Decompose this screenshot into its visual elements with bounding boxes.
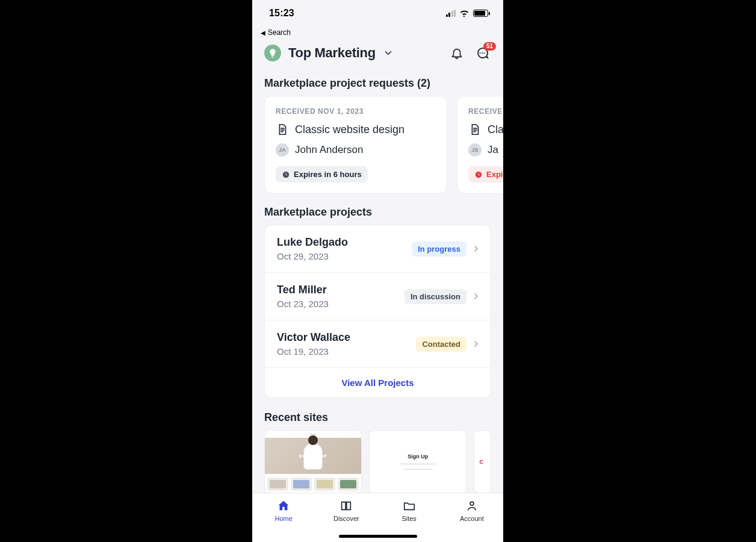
- back-to-search[interactable]: ◀ Search: [252, 26, 503, 39]
- site-card[interactable]: Sign Up: [369, 430, 466, 494]
- project-name: Victor Wallace: [277, 331, 416, 344]
- project-date: Oct 19, 2023: [277, 346, 416, 357]
- project-date: Oct 29, 2023: [277, 251, 412, 261]
- back-triangle-icon: ◀: [261, 30, 265, 36]
- project-row[interactable]: Ted Miller Oct 23, 2023 In discussion: [265, 273, 491, 320]
- account-icon: [465, 499, 479, 512]
- messages-button[interactable]: 51: [473, 46, 491, 60]
- status-bar: 15:23: [252, 0, 503, 26]
- site-thumb-label: C: [479, 459, 483, 465]
- notifications-button[interactable]: [448, 46, 466, 60]
- project-name: Ted Miller: [277, 284, 404, 296]
- site-card[interactable]: • • • ECO SHOP: [264, 430, 362, 494]
- requester-name: John Anderson: [295, 144, 363, 156]
- chevron-right-icon: [471, 244, 481, 254]
- recent-sites-heading: Recent sites: [252, 398, 503, 430]
- request-card[interactable]: RECEIVED NOV 1, 2023 Classic website des…: [264, 96, 447, 194]
- svg-point-1: [482, 52, 483, 54]
- chevron-down-icon[interactable]: [383, 48, 394, 58]
- requests-heading: Marketplace project requests (2): [252, 70, 503, 96]
- status-right: [446, 10, 491, 17]
- folder-icon: [403, 499, 416, 512]
- svg-point-5: [470, 502, 474, 505]
- chevron-right-icon: [471, 339, 481, 349]
- document-icon: [276, 123, 289, 136]
- expiry-chip: Expir: [468, 166, 503, 182]
- tab-account[interactable]: Account: [448, 499, 496, 542]
- chevron-right-icon: [471, 291, 481, 301]
- svg-point-2: [484, 52, 485, 54]
- back-label: Search: [268, 28, 291, 37]
- requester-avatar: JA: [276, 143, 289, 157]
- site-card[interactable]: C: [474, 430, 491, 494]
- workspace-title[interactable]: Top Marketing: [288, 45, 376, 61]
- bell-icon: [450, 46, 463, 60]
- view-all-projects[interactable]: View All Projects: [265, 368, 491, 397]
- tab-label: Sites: [401, 515, 416, 522]
- status-pill: In discussion: [404, 289, 466, 304]
- lightbulb-icon: [268, 48, 277, 58]
- status-time: 15:23: [269, 8, 294, 19]
- projects-list: Luke Delgado Oct 29, 2023 In progress Te…: [264, 225, 491, 398]
- request-received: RECEIVE: [468, 107, 503, 116]
- tab-label: Account: [460, 515, 484, 522]
- request-title: Classic website design: [295, 123, 404, 136]
- tab-bar: Home Discover Sites Account: [252, 493, 503, 542]
- tab-label: Discover: [333, 515, 359, 522]
- requests-scroll[interactable]: RECEIVED NOV 1, 2023 Classic website des…: [252, 96, 503, 199]
- request-title: Cla: [488, 123, 503, 136]
- svg-point-0: [480, 52, 481, 54]
- request-received: RECEIVED NOV 1, 2023: [276, 107, 436, 116]
- clock-icon: [474, 170, 483, 179]
- messages-badge: 51: [483, 42, 496, 51]
- site-thumb-label: Sign Up: [407, 453, 428, 459]
- requester-avatar: JS: [468, 143, 482, 157]
- tab-label: Home: [274, 515, 292, 522]
- request-card[interactable]: RECEIVE Cla JS Ja Expir: [457, 96, 503, 194]
- content-area: 15:23 ◀ Search: [252, 0, 503, 542]
- requester-name: Ja: [488, 144, 498, 156]
- tab-home[interactable]: Home: [259, 499, 308, 542]
- discover-icon: [339, 499, 353, 512]
- status-pill: In progress: [412, 241, 466, 257]
- document-icon: [468, 123, 482, 136]
- project-row[interactable]: Victor Wallace Oct 19, 2023 Contacted: [265, 320, 491, 368]
- expiry-text: Expir: [486, 170, 503, 179]
- wifi-icon: [459, 10, 469, 17]
- expiry-text: Expires in 6 hours: [294, 170, 362, 179]
- phone-frame: 15:23 ◀ Search: [252, 0, 503, 542]
- clock-icon: [282, 170, 290, 179]
- recent-sites-row[interactable]: • • • ECO SHOP Sign Up C: [252, 430, 503, 494]
- status-pill: Contacted: [416, 337, 466, 352]
- cellular-icon: [446, 10, 456, 17]
- project-name: Luke Delgado: [277, 236, 412, 249]
- battery-icon: [473, 10, 490, 17]
- expiry-chip: Expires in 6 hours: [276, 166, 368, 182]
- site-thumb-label: ECO SHOP: [299, 453, 327, 459]
- workspace-avatar[interactable]: [264, 45, 281, 61]
- project-row[interactable]: Luke Delgado Oct 29, 2023 In progress: [265, 225, 491, 273]
- home-icon: [277, 499, 290, 512]
- projects-heading: Marketplace projects: [252, 199, 503, 225]
- app-header: Top Marketing 51: [252, 39, 503, 70]
- home-indicator: [339, 535, 417, 538]
- project-date: Oct 23, 2023: [277, 299, 404, 309]
